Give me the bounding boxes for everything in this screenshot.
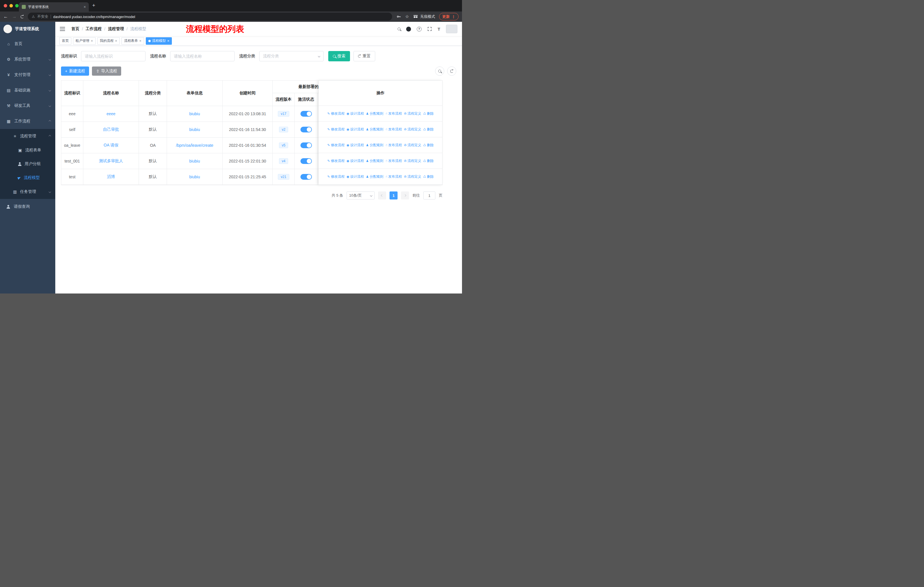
sidebar-item-infrastructure[interactable]: ▤ 基础设施 bbox=[0, 83, 55, 98]
sidebar-item-user-group[interactable]: 用户分组 bbox=[0, 157, 55, 171]
action-assign-rule[interactable]: ♟分配规则 bbox=[366, 111, 383, 116]
address-bar[interactable]: ⚠ 不安全 dashboard.yudao.iocoder.cn/bpm/man… bbox=[28, 13, 392, 21]
action-publish-process[interactable]: ☝发布流程 bbox=[385, 174, 402, 179]
prev-page-button[interactable] bbox=[378, 192, 386, 200]
sidebar-item-home[interactable]: ⌂ 首页 bbox=[0, 36, 55, 51]
process-id-input[interactable] bbox=[81, 51, 145, 61]
action-edit-process[interactable]: ✎修改流程 bbox=[327, 127, 345, 132]
sidebar-item-leave-query[interactable]: 请假查询 bbox=[0, 199, 55, 214]
tag-close-icon[interactable]: × bbox=[91, 39, 93, 43]
action-delete[interactable]: ♺删除 bbox=[423, 159, 434, 164]
current-page-button[interactable]: 1 bbox=[389, 192, 398, 200]
form-info-link[interactable]: biubiu bbox=[189, 127, 200, 132]
back-icon[interactable]: ← bbox=[3, 14, 8, 19]
update-button[interactable]: 更新 ⋮ bbox=[439, 13, 459, 20]
action-edit-process[interactable]: ✎修改流程 bbox=[327, 111, 345, 116]
breadcrumb-home[interactable]: 首页 bbox=[71, 26, 79, 31]
tag-close-icon[interactable]: × bbox=[167, 39, 170, 43]
action-assign-rule[interactable]: ♟分配规则 bbox=[366, 159, 383, 164]
sidebar-item-devtools[interactable]: ⚒ 研发工具 bbox=[0, 98, 55, 114]
user-avatar[interactable] bbox=[446, 25, 457, 33]
form-info-link[interactable]: biubiu bbox=[189, 175, 200, 179]
action-delete[interactable]: ♺删除 bbox=[423, 143, 434, 147]
sidebar-item-process-model[interactable]: 流程模型 bbox=[0, 171, 55, 185]
action-edit-process[interactable]: ✎修改流程 bbox=[327, 159, 345, 164]
tag-process-model[interactable]: 流程模型 × bbox=[146, 37, 172, 45]
form-info-link[interactable]: biubiu bbox=[189, 159, 200, 164]
action-publish-process[interactable]: ☝发布流程 bbox=[385, 127, 402, 132]
sidebar-item-task-management[interactable]: ▥ 任务管理 bbox=[0, 185, 55, 199]
tag-process-form[interactable]: 流程表单 × bbox=[121, 37, 144, 45]
process-name-input[interactable] bbox=[170, 51, 234, 61]
minimize-window-button[interactable] bbox=[10, 4, 13, 7]
app-logo[interactable]: 芋道管理系统 bbox=[0, 22, 55, 36]
refresh-table-button[interactable] bbox=[447, 66, 456, 76]
browser-menu-icon[interactable]: ⋮ bbox=[452, 15, 455, 19]
action-design-process[interactable]: ◉设计流程 bbox=[346, 143, 364, 147]
action-edit-process[interactable]: ✎修改流程 bbox=[327, 143, 345, 147]
sidebar-item-system[interactable]: ⚙ 系统管理 bbox=[0, 51, 55, 67]
form-info-link[interactable]: biubiu bbox=[189, 111, 200, 116]
tag-close-icon[interactable]: × bbox=[139, 39, 142, 43]
import-process-button[interactable]: ⇧ 导入流程 bbox=[92, 66, 121, 76]
toggle-search-button[interactable] bbox=[435, 66, 444, 76]
form-info-link[interactable]: /bpm/oa/leave/create bbox=[176, 143, 213, 147]
tag-tenant[interactable]: 租户管理 × bbox=[73, 37, 96, 45]
search-icon[interactable] bbox=[398, 28, 401, 30]
fullscreen-icon[interactable] bbox=[427, 26, 432, 31]
tag-my-process[interactable]: 我的流程 × bbox=[97, 37, 120, 45]
active-toggle[interactable] bbox=[300, 158, 312, 164]
browser-tab[interactable]: 芋道管理系统 × bbox=[19, 2, 89, 12]
action-delete[interactable]: ♺删除 bbox=[423, 174, 434, 179]
font-size-icon[interactable]: T bbox=[438, 26, 440, 31]
close-window-button[interactable] bbox=[4, 4, 7, 7]
action-publish-process[interactable]: ☝发布流程 bbox=[385, 111, 402, 116]
active-toggle[interactable] bbox=[300, 142, 312, 148]
next-page-button[interactable] bbox=[401, 192, 409, 200]
action-delete[interactable]: ♺删除 bbox=[423, 127, 434, 132]
reload-icon[interactable] bbox=[21, 15, 24, 18]
tag-home[interactable]: 首页 bbox=[59, 37, 71, 45]
github-icon[interactable] bbox=[406, 26, 411, 31]
process-name-link[interactable]: 自己审批 bbox=[103, 127, 119, 132]
active-toggle[interactable] bbox=[300, 174, 312, 180]
action-design-process[interactable]: ◉设计流程 bbox=[346, 127, 364, 132]
url-text[interactable]: dashboard.yudao.iocoder.cn/bpm/manager/m… bbox=[53, 15, 135, 19]
sidebar-item-payment[interactable]: ¥ 支付管理 bbox=[0, 67, 55, 83]
process-name-link[interactable]: eeee bbox=[107, 111, 116, 116]
action-process-definition[interactable]: ✇流程定义 bbox=[404, 127, 421, 132]
create-process-button[interactable]: + 新建流程 bbox=[61, 66, 89, 76]
process-name-link[interactable]: 测试多审批人 bbox=[99, 159, 123, 164]
tag-close-icon[interactable]: × bbox=[115, 39, 117, 43]
action-process-definition[interactable]: ✇流程定义 bbox=[404, 143, 421, 147]
sidebar-item-workflow[interactable]: ▦ 工作流程 bbox=[0, 114, 55, 129]
category-select[interactable]: 流程分类 bbox=[259, 51, 323, 61]
sidebar-item-process-form[interactable]: ▣ 流程表单 bbox=[0, 143, 55, 157]
security-label[interactable]: 不安全 bbox=[37, 14, 48, 19]
action-assign-rule[interactable]: ♟分配规则 bbox=[366, 143, 383, 147]
action-assign-rule[interactable]: ♟分配规则 bbox=[366, 127, 383, 132]
bookmark-star-icon[interactable]: ☆ bbox=[405, 14, 409, 19]
search-button[interactable]: 搜索 bbox=[328, 51, 350, 61]
process-name-link[interactable]: 滔博 bbox=[107, 174, 115, 179]
sidebar-item-process-management[interactable]: ≡ 流程管理 bbox=[0, 129, 55, 143]
breadcrumb-process-management[interactable]: 流程管理 bbox=[108, 26, 124, 31]
action-process-definition[interactable]: ✇流程定义 bbox=[404, 159, 421, 164]
process-name-link[interactable]: OA 请假 bbox=[104, 143, 118, 148]
action-edit-process[interactable]: ✎修改流程 bbox=[327, 174, 345, 179]
breadcrumb-workflow[interactable]: 工作流程 bbox=[86, 26, 102, 31]
help-icon[interactable]: ? bbox=[417, 26, 422, 31]
tab-close-icon[interactable]: × bbox=[84, 5, 86, 9]
action-delete[interactable]: ♺删除 bbox=[423, 111, 434, 116]
new-tab-button[interactable]: + bbox=[92, 3, 96, 8]
action-design-process[interactable]: ◉设计流程 bbox=[346, 174, 364, 179]
action-process-definition[interactable]: ✇流程定义 bbox=[404, 111, 421, 116]
action-process-definition[interactable]: ✇流程定义 bbox=[404, 174, 421, 179]
active-toggle[interactable] bbox=[300, 127, 312, 132]
action-publish-process[interactable]: ☝发布流程 bbox=[385, 159, 402, 164]
action-design-process[interactable]: ◉设计流程 bbox=[346, 159, 364, 164]
goto-page-input[interactable] bbox=[423, 192, 436, 200]
password-key-icon[interactable] bbox=[396, 14, 401, 19]
hamburger-icon[interactable] bbox=[60, 27, 65, 31]
action-design-process[interactable]: ◉设计流程 bbox=[346, 111, 364, 116]
